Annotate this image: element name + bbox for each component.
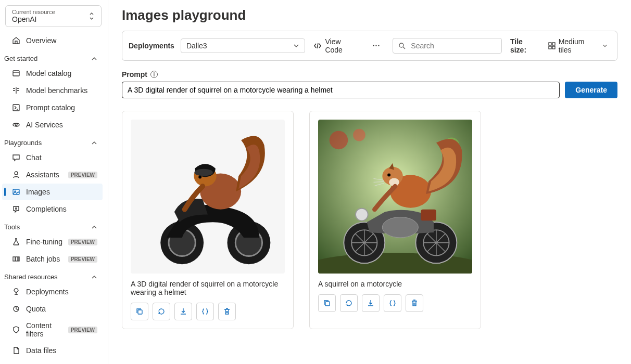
info-icon[interactable]: i	[150, 71, 158, 78]
preview-badge: PREVIEW	[68, 239, 97, 245]
tile-size-select[interactable]: Medium tiles	[545, 35, 611, 56]
sidebar-item-content-filters[interactable]: Content filters PREVIEW	[2, 318, 103, 342]
sidebar-item-batch-jobs[interactable]: Batch jobs PREVIEW	[2, 251, 103, 267]
prompt-catalog-icon	[11, 103, 21, 112]
sidebar-item-fine-tuning[interactable]: Fine-tuning PREVIEW	[2, 233, 103, 250]
json-button[interactable]	[384, 294, 401, 312]
chevron-down-icon	[293, 43, 299, 49]
deployment-select[interactable]: Dalle3	[181, 38, 306, 53]
sidebar-item-prompt-catalog[interactable]: Prompt catalog	[2, 99, 103, 116]
svg-rect-12	[552, 43, 555, 45]
more-button[interactable]: ···	[369, 40, 385, 52]
shield-icon	[11, 325, 21, 334]
sidebar-item-model-catalog[interactable]: Model catalog	[2, 65, 103, 82]
view-code-button[interactable]: View Code	[309, 35, 364, 56]
result-image[interactable]	[318, 120, 472, 274]
chevron-up-icon	[91, 56, 97, 62]
result-actions	[318, 294, 472, 312]
data-files-icon	[11, 346, 21, 355]
copy-button[interactable]	[131, 303, 148, 320]
results-grid: A 3D digital render of squirrel on a mot…	[122, 111, 617, 329]
sidebar-item-data-files[interactable]: Data files	[2, 342, 103, 359]
sidebar-item-label: Fine-tuning	[26, 238, 63, 246]
tile-size-label: Tile size:	[510, 37, 541, 54]
main-content: Images playground Deployments Dalle3 Vie…	[108, 0, 631, 364]
svg-point-22	[194, 169, 213, 176]
svg-rect-11	[549, 43, 551, 45]
sidebar-item-label: Data files	[26, 346, 97, 355]
sidebar-item-label: Prompt catalog	[26, 103, 97, 112]
json-button[interactable]	[196, 303, 214, 320]
sidebar-item-overview[interactable]: Overview	[2, 32, 103, 49]
section-header-playgrounds[interactable]: Playgrounds	[0, 134, 105, 149]
deployment-value: Dalle3	[186, 42, 207, 50]
sidebar-item-assistants[interactable]: Assistants PREVIEW	[2, 166, 103, 183]
home-icon	[11, 36, 21, 45]
svg-rect-0	[13, 71, 19, 76]
svg-point-42	[382, 217, 418, 237]
sidebar-item-quota[interactable]: Quota	[2, 301, 103, 317]
svg-point-48	[387, 174, 390, 177]
sidebar-item-deployments[interactable]: Deployments	[2, 283, 103, 300]
section-header-tools[interactable]: Tools	[0, 218, 105, 233]
ai-services-icon	[11, 120, 21, 129]
regenerate-button[interactable]	[153, 303, 170, 320]
svg-point-27	[353, 129, 365, 141]
resource-label: Current resource	[12, 9, 55, 15]
search-input[interactable]	[410, 41, 496, 50]
chevron-up-icon	[91, 224, 97, 230]
svg-point-26	[330, 131, 348, 150]
deployments-label: Deployments	[129, 42, 176, 50]
download-button[interactable]	[174, 303, 192, 320]
regenerate-button[interactable]	[340, 294, 358, 312]
download-button[interactable]	[362, 294, 380, 312]
svg-rect-13	[549, 46, 551, 49]
chevron-up-icon	[91, 140, 97, 146]
resource-value: OpenAI	[12, 15, 55, 23]
copy-button[interactable]	[318, 294, 336, 312]
prompt-label: Prompt	[122, 70, 147, 79]
section-header-get-started[interactable]: Get started	[0, 49, 105, 64]
sidebar-item-model-benchmarks[interactable]: Model benchmarks	[2, 82, 103, 99]
svg-rect-6	[13, 257, 15, 261]
prompt-input[interactable]	[122, 82, 560, 98]
sidebar-item-label: Completions	[26, 205, 97, 213]
preview-badge: PREVIEW	[68, 327, 97, 333]
delete-button[interactable]	[218, 303, 236, 320]
result-caption: A squirrel on a motorcycle	[318, 280, 472, 288]
preview-badge: PREVIEW	[68, 172, 97, 178]
sidebar-item-label: Overview	[26, 36, 97, 45]
delete-button[interactable]	[406, 294, 423, 312]
sidebar-item-label: AI Services	[26, 121, 97, 129]
sidebar-item-label: Chat	[26, 153, 97, 162]
svg-rect-7	[16, 257, 18, 261]
result-actions	[131, 303, 285, 320]
result-image[interactable]	[131, 120, 285, 274]
grid-icon	[548, 42, 556, 49]
search-box[interactable]	[393, 38, 502, 54]
section-title: Playgrounds	[4, 139, 42, 147]
view-code-label: View Code	[325, 37, 360, 54]
svg-rect-14	[552, 46, 555, 49]
section-header-shared[interactable]: Shared resources	[0, 268, 105, 283]
sidebar-item-completions[interactable]: Completions	[2, 201, 103, 217]
search-icon	[398, 42, 406, 49]
sidebar-item-label: Assistants	[26, 171, 63, 179]
quota-icon	[11, 304, 21, 314]
result-card: A squirrel on a motorcycle	[309, 111, 481, 329]
page-title: Images playground	[122, 7, 617, 23]
assistants-icon	[11, 170, 21, 179]
preview-badge: PREVIEW	[68, 256, 97, 263]
resource-selector[interactable]: Current resource OpenAI	[5, 5, 102, 27]
sidebar-item-ai-services[interactable]: AI Services	[2, 116, 103, 133]
sidebar-item-images[interactable]: Images	[2, 184, 103, 200]
svg-rect-44	[421, 210, 436, 221]
sidebar-item-chat[interactable]: Chat	[2, 149, 103, 166]
sidebar-item-label: Content filters	[26, 321, 63, 338]
result-caption: A 3D digital render of squirrel on a mot…	[131, 280, 285, 296]
chevron-up-icon	[91, 274, 97, 280]
deployments-icon	[11, 287, 21, 296]
generate-button[interactable]: Generate	[565, 82, 617, 98]
svg-point-3	[15, 172, 18, 175]
chevron-updown-icon	[89, 12, 95, 20]
